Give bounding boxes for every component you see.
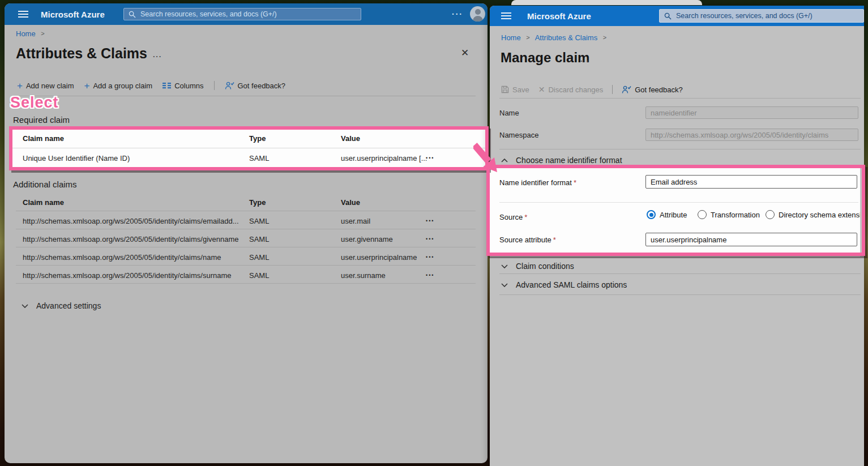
hamburger-menu-icon[interactable]	[501, 12, 511, 19]
radio-label[interactable]: Attribute	[660, 211, 687, 219]
close-icon: ✕	[538, 85, 545, 94]
row-menu-icon[interactable]: •••	[426, 155, 434, 161]
add-group-claim-button[interactable]: + Add a group claim	[84, 82, 152, 90]
page-title: Attributes & Claims	[16, 45, 147, 62]
required-asterisk: *	[574, 178, 576, 187]
claim-name-cell: http://schemas.xmlsoap.org/ws/2005/05/id…	[23, 271, 232, 280]
advanced-saml-options-toggle[interactable]: Advanced SAML claims options	[501, 280, 627, 289]
columns-icon	[163, 82, 171, 89]
required-asterisk: *	[553, 236, 556, 244]
select-annotation: Select	[10, 94, 59, 112]
breadcrumb-chevron-icon: >	[603, 34, 606, 41]
column-header: Type	[249, 134, 266, 143]
columns-button[interactable]: Columns	[163, 82, 203, 90]
radio-label[interactable]: Directory schema extension	[779, 211, 860, 219]
table-row[interactable]: Unique User Identifier (Name ID) SAML us…	[11, 148, 485, 168]
source-directory-extension-radio[interactable]	[766, 210, 775, 219]
breadcrumb: Home >	[16, 29, 48, 38]
breadcrumb-chevron-icon: >	[41, 30, 44, 37]
toolbar-rule	[499, 98, 861, 99]
namespace-label: Namespace	[499, 131, 538, 139]
table-row[interactable]: http://schemas.xmlsoap.org/ws/2005/05/id…	[5, 271, 488, 280]
search-input[interactable]	[675, 11, 859, 20]
toolbar: + Add new claim + Add a group claim Colu…	[17, 81, 285, 90]
source-transformation-radio[interactable]	[698, 210, 707, 219]
save-button: Save	[501, 85, 529, 94]
namespace-field: http://schemas.xmlsoap.org/ws/2005/05/id…	[645, 129, 858, 141]
title-more-icon[interactable]: ···	[580, 57, 589, 65]
toolbar-divider	[214, 81, 215, 90]
column-header: Value	[341, 198, 360, 207]
required-claim-heading: Required claim	[13, 115, 70, 125]
source-attribute-radio[interactable]	[647, 210, 656, 219]
table-row[interactable]: http://schemas.xmlsoap.org/ws/2005/05/id…	[5, 253, 488, 262]
global-search[interactable]	[659, 9, 864, 23]
manage-claim-window: Microsoft Azure Home > Attributes & Clai…	[490, 6, 864, 466]
close-icon[interactable]: ✕	[461, 47, 469, 59]
hamburger-menu-icon[interactable]	[18, 11, 28, 18]
claim-name-cell: http://schemas.xmlsoap.org/ws/2005/05/id…	[23, 217, 239, 225]
feedback-icon	[225, 82, 234, 90]
breadcrumb-parent-link[interactable]: Attributes & Claims	[535, 33, 598, 42]
topbar-more-icon[interactable]: ···	[452, 10, 463, 19]
name-field: nameidentifier	[645, 106, 858, 119]
type-cell: SAML	[249, 271, 269, 280]
page-title: Manage claim	[501, 50, 589, 66]
got-feedback-button[interactable]: Got feedback?	[622, 85, 683, 94]
row-menu-icon[interactable]: •••	[426, 218, 434, 224]
table-row[interactable]: http://schemas.xmlsoap.org/ws/2005/05/id…	[5, 217, 488, 225]
claim-name-cell: http://schemas.xmlsoap.org/ws/2005/05/id…	[23, 253, 221, 262]
got-feedback-button[interactable]: Got feedback?	[225, 82, 286, 90]
type-cell: SAML	[249, 253, 269, 262]
discard-changes-button: ✕ Discard changes	[538, 85, 604, 94]
search-input[interactable]	[139, 10, 356, 19]
chevron-up-icon	[501, 159, 508, 163]
radio-label[interactable]: Transformation	[711, 211, 760, 219]
row-menu-icon[interactable]: •••	[426, 236, 434, 242]
breadcrumb-chevron-icon: >	[526, 34, 529, 41]
chevron-down-icon	[22, 304, 28, 308]
type-cell: SAML	[249, 235, 269, 243]
choose-format-section-toggle[interactable]: Choose name identifier format	[501, 156, 622, 165]
azure-topbar: Microsoft Azure	[490, 6, 864, 26]
column-header: Claim name	[23, 134, 64, 143]
toolbar: Save ✕ Discard changes Got feedback?	[501, 85, 683, 94]
column-header: Claim name	[23, 198, 64, 207]
attributes-claims-window: Microsoft Azure ··· Home > Attributes & …	[5, 3, 488, 463]
azure-brand: Microsoft Azure	[527, 11, 591, 21]
breadcrumb-home-link[interactable]: Home	[501, 33, 521, 42]
breadcrumb-home-link[interactable]: Home	[16, 29, 36, 38]
row-menu-icon[interactable]: •••	[426, 254, 434, 260]
background-window-edge	[511, 0, 702, 5]
add-new-claim-button[interactable]: + Add new claim	[17, 82, 74, 90]
source-attribute-field[interactable]: user.userprincipalname	[645, 233, 857, 246]
type-cell: SAML	[249, 217, 269, 225]
name-label: Name	[499, 109, 519, 117]
breadcrumb: Home > Attributes & Claims >	[501, 33, 610, 42]
search-icon	[664, 12, 672, 20]
plus-icon: +	[17, 82, 23, 89]
additional-claims-heading: Additional claims	[13, 179, 77, 189]
row-menu-icon[interactable]: •••	[426, 272, 434, 278]
claim-conditions-toggle[interactable]: Claim conditions	[501, 262, 574, 271]
value-cell: user.mail	[341, 217, 370, 225]
name-identifier-format-dropdown[interactable]: Email address	[645, 175, 857, 189]
table-row[interactable]: http://schemas.xmlsoap.org/ws/2005/05/id…	[5, 235, 488, 243]
azure-brand: Microsoft Azure	[41, 10, 105, 19]
required-claim-table: Claim name Type Value Unique User Identi…	[11, 129, 485, 168]
claim-name-cell: http://schemas.xmlsoap.org/ws/2005/05/id…	[23, 235, 239, 243]
column-header: Type	[249, 198, 266, 207]
value-cell: user.surname	[341, 271, 386, 280]
toolbar-rule	[16, 96, 476, 96]
search-icon	[129, 11, 136, 18]
azure-topbar: Microsoft Azure ···	[5, 3, 488, 25]
value-cell: user.userprincipalname	[341, 253, 417, 262]
advanced-settings-toggle[interactable]: Advanced settings	[22, 301, 101, 310]
source-label: Source*	[499, 213, 527, 221]
save-icon	[501, 85, 509, 93]
title-more-icon[interactable]: ···	[153, 52, 162, 61]
global-search[interactable]	[123, 8, 361, 20]
source-attribute-label: Source attribute*	[499, 236, 556, 244]
avatar[interactable]	[470, 6, 485, 22]
type-cell: SAML	[249, 154, 269, 163]
